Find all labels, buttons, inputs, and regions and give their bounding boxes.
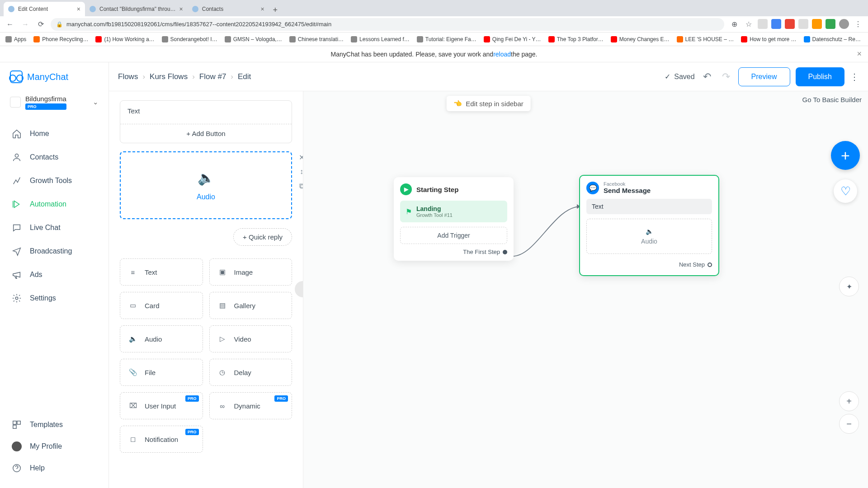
auto-layout-button[interactable]: ✦ — [839, 277, 859, 296]
bookmark-item[interactable]: Money Changes E… — [611, 36, 670, 42]
preview-button[interactable]: Preview — [738, 67, 790, 86]
extension-icon[interactable] — [771, 19, 781, 29]
crumb[interactable]: Flows — [118, 72, 138, 81]
palette-file[interactable]: 📎File — [120, 359, 203, 386]
add-trigger-button[interactable]: Add Trigger — [400, 227, 507, 244]
nav-templates[interactable]: Templates — [0, 414, 108, 436]
close-icon[interactable]: × — [857, 49, 862, 59]
browser-tab[interactable]: Contact "Bildungsfirma" throu… × — [85, 2, 188, 16]
node-title: Send Message — [604, 187, 651, 194]
extension-icon[interactable] — [798, 19, 808, 29]
bookmark-item[interactable]: Sonderangebot! I… — [162, 36, 217, 42]
more-menu-button[interactable]: ⋮ — [850, 67, 859, 86]
extension-icon[interactable] — [812, 19, 822, 29]
crumb[interactable]: Kurs Flows — [150, 72, 188, 81]
zoom-icon[interactable]: ⊕ — [729, 19, 740, 30]
bookmark-item[interactable]: GMSN – Vologda,… — [225, 36, 282, 42]
add-step-fab[interactable]: + — [831, 141, 860, 170]
node-starting-step[interactable]: ▶ Starting Step ⚑ Landing Growth Tool #1… — [394, 177, 514, 261]
duplicate-block-button[interactable]: ⧉ — [297, 181, 303, 191]
bookmark-item[interactable]: How to get more … — [741, 36, 796, 42]
audio-block-selected[interactable]: 🔈 Audio — [120, 151, 292, 219]
save-status: ✓ Saved — [665, 72, 694, 81]
redo-button[interactable]: ↷ — [719, 71, 733, 83]
go-basic-builder-link[interactable]: Go To Basic Builder — [802, 96, 862, 103]
bookmark-item[interactable]: (1) How Working a… — [95, 36, 154, 42]
brand-logo[interactable]: ManyChat — [0, 62, 108, 91]
node-send-message[interactable]: 💬 Facebook Send Message Text 🔈 Audio — [579, 175, 719, 276]
palette-dynamic[interactable]: ∞DynamicPRO — [209, 392, 292, 419]
palette-user-input[interactable]: ⌧User InputPRO — [120, 392, 203, 419]
forward-button[interactable]: → — [20, 19, 31, 30]
nav-growth-tools[interactable]: Growth Tools — [0, 169, 108, 192]
bookmark-item[interactable]: LEE 'S HOUSE – … — [677, 36, 734, 42]
reload-button[interactable]: ⟳ — [35, 19, 46, 30]
nav-ads[interactable]: Ads — [0, 263, 108, 286]
address-bar[interactable]: 🔒 manychat.com/fb198150208192061/cms/fil… — [51, 18, 724, 31]
undo-button[interactable]: ↶ — [700, 71, 714, 83]
bookmark-item[interactable]: Lessons Learned f… — [351, 36, 410, 42]
nav-live-chat[interactable]: Live Chat — [0, 216, 108, 239]
add-quick-reply-button[interactable]: + Quick reply — [233, 228, 292, 246]
output-port[interactable] — [708, 263, 712, 267]
trigger-landing[interactable]: ⚑ Landing Growth Tool #11 — [400, 201, 507, 222]
browser-tab[interactable]: Contacts × — [188, 2, 269, 16]
node-text-block[interactable]: Text — [586, 199, 712, 214]
delete-block-button[interactable]: ✕ — [297, 152, 303, 162]
move-block-button[interactable]: ↕ — [297, 167, 303, 177]
extension-icon[interactable] — [758, 19, 768, 29]
apps-button[interactable]: Apps — [5, 36, 26, 42]
palette-audio[interactable]: 🔈Audio — [120, 325, 203, 352]
workspace-switcher[interactable]: Bildungsfirma PRO ⌄ — [0, 91, 108, 113]
nav-home[interactable]: Home — [0, 122, 108, 145]
bookmark-item[interactable]: Phone Recycling… — [33, 36, 88, 42]
palette-video[interactable]: ▷Video — [209, 325, 292, 352]
bookmark-item[interactable]: Qing Fei De Yi - Y… — [484, 36, 541, 42]
palette-text[interactable]: ≡Text — [120, 258, 203, 286]
bookmark-item[interactable]: Datenschutz – Re… — [804, 36, 861, 42]
nav-automation[interactable]: Automation — [0, 192, 108, 216]
output-next-step[interactable]: Next Step — [586, 261, 712, 268]
bookmark-item[interactable]: Chinese translati… — [289, 36, 344, 42]
extension-icon[interactable] — [785, 19, 795, 29]
close-icon[interactable]: × — [261, 5, 264, 13]
reload-link[interactable]: reload — [493, 51, 511, 58]
text-block[interactable]: Text + Add Button — [120, 100, 292, 143]
nav-my-profile[interactable]: My Profile — [0, 436, 108, 457]
collapse-panel-button[interactable] — [295, 281, 303, 297]
close-icon[interactable]: × — [77, 5, 80, 13]
nav-broadcasting[interactable]: Broadcasting — [0, 239, 108, 263]
back-button[interactable]: ← — [5, 19, 15, 30]
bookmark-item[interactable]: Tutorial: Eigene Fa… — [417, 36, 476, 42]
node-audio-block[interactable]: 🔈 Audio — [586, 219, 712, 254]
workspace-icon — [10, 97, 21, 108]
close-icon[interactable]: × — [179, 5, 183, 13]
favorite-fab[interactable]: ♡ — [834, 179, 857, 203]
nav-settings[interactable]: Settings — [0, 286, 108, 310]
zoom-out-button[interactable]: − — [839, 414, 859, 434]
extension-icon[interactable] — [826, 19, 835, 29]
zoom-in-button[interactable]: + — [839, 391, 859, 411]
bookmark-item[interactable]: The Top 3 Platfor… — [548, 36, 604, 42]
menu-icon[interactable]: ⋮ — [853, 19, 863, 30]
flow-canvas[interactable]: Go To Basic Builder + ♡ ✦ + − — [303, 91, 868, 488]
palette-card[interactable]: ▭Card — [120, 292, 203, 319]
publish-button[interactable]: Publish — [796, 67, 844, 86]
zoom-controls: + − — [839, 391, 859, 434]
edit-step-pill[interactable]: 👈 Edit step in sidebar — [446, 96, 531, 111]
extensions-row: ⊕ ☆ ⋮ — [729, 19, 863, 30]
new-tab-button[interactable]: + — [269, 4, 282, 16]
palette-delay[interactable]: ◷Delay — [209, 359, 292, 386]
star-icon[interactable]: ☆ — [743, 19, 754, 30]
nav-contacts[interactable]: Contacts — [0, 145, 108, 169]
palette-notification[interactable]: ◻NotificationPRO — [120, 426, 203, 453]
nav-help[interactable]: Help — [0, 457, 108, 479]
output-port[interactable] — [503, 250, 507, 254]
profile-avatar[interactable] — [839, 19, 849, 29]
palette-image[interactable]: ▣Image — [209, 258, 292, 286]
crumb[interactable]: Flow #7 — [199, 72, 226, 81]
add-button-action[interactable]: + Add Button — [120, 124, 292, 143]
browser-tab[interactable]: Edit Content × — [4, 2, 85, 16]
palette-gallery[interactable]: ▤Gallery — [209, 292, 292, 319]
output-first-step[interactable]: The First Step — [400, 249, 507, 255]
